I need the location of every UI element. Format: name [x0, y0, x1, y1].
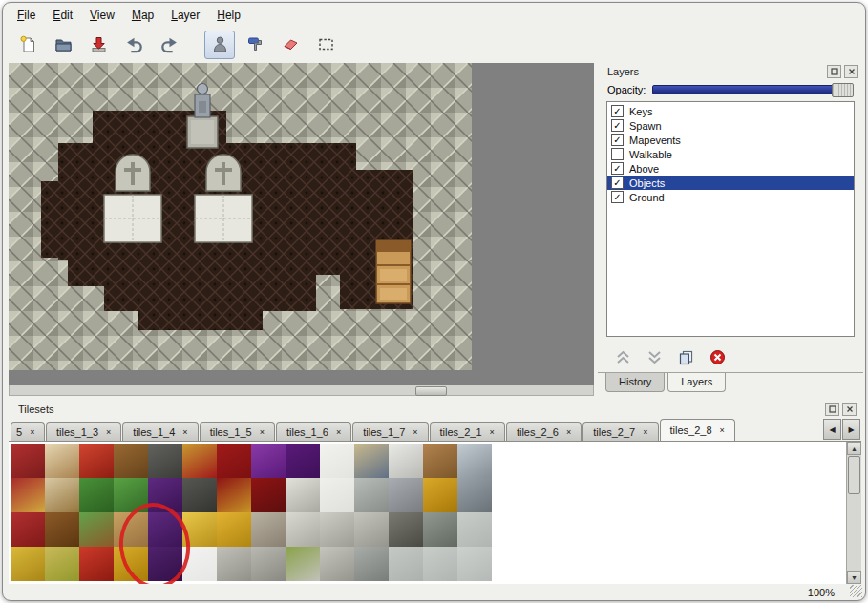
tile-gold-pile-2[interactable]: [217, 512, 251, 547]
tileset-tab-tiles_1_5[interactable]: tiles_1_5×: [200, 422, 275, 441]
menu-help[interactable]: Help: [208, 5, 249, 26]
tile-tile-gray-4[interactable]: [457, 547, 492, 581]
tile-throne-purple-a[interactable]: [251, 444, 286, 478]
scroll-tabs-left-button[interactable]: ◀: [823, 419, 841, 440]
layer-row-ground[interactable]: ✓Ground: [607, 190, 854, 204]
tile-scepter[interactable]: [114, 547, 148, 581]
stamp-tool-button[interactable]: [204, 31, 235, 59]
tile-statue-base-b[interactable]: [251, 547, 286, 581]
raise-layer-button[interactable]: [613, 347, 632, 366]
tileset-tab-tiles_2_7[interactable]: tiles_2_7×: [582, 422, 658, 441]
paint-tool-button[interactable]: [240, 31, 270, 59]
tab-layers[interactable]: Layers: [667, 373, 726, 392]
close-panel-button[interactable]: [844, 65, 858, 78]
tile-plant-pot[interactable]: [79, 512, 114, 547]
layer-checkbox[interactable]: ✓: [611, 119, 624, 132]
scroll-up-button[interactable]: ▲: [847, 442, 861, 455]
lower-layer-button[interactable]: [645, 347, 664, 366]
layer-checkbox[interactable]: ✓: [611, 162, 624, 175]
close-tab-icon[interactable]: ×: [566, 427, 571, 437]
tile-gold-pile[interactable]: [423, 478, 457, 512]
tile-armor-silver-2[interactable]: [457, 478, 492, 512]
tile-loom[interactable]: [45, 444, 79, 478]
delete-layer-button[interactable]: [708, 347, 727, 366]
menu-edit[interactable]: Edit: [44, 5, 81, 26]
tile-tile-pale[interactable]: [320, 444, 354, 478]
tile-chest-wood[interactable]: [423, 444, 457, 478]
layer-row-keys[interactable]: ✓Keys: [607, 104, 854, 118]
tile-bookshelf[interactable]: [45, 512, 79, 547]
tile-door-purple[interactable]: [148, 478, 182, 512]
tile-vase-plant[interactable]: [286, 547, 320, 581]
tileset-tab-tiles_1_6[interactable]: tiles_1_6×: [276, 422, 351, 441]
tile-tile-pale-3[interactable]: [182, 547, 217, 581]
opacity-slider[interactable]: [652, 83, 854, 95]
layer-checkbox[interactable]: ✓: [611, 105, 624, 117]
layer-row-spawn[interactable]: ✓Spawn: [607, 118, 854, 133]
close-tab-icon[interactable]: ×: [336, 427, 341, 437]
layer-checkbox[interactable]: ✓: [611, 191, 624, 203]
new-file-button[interactable]: [12, 31, 43, 59]
open-button[interactable]: [48, 31, 78, 59]
layer-row-above[interactable]: ✓Above: [607, 161, 854, 176]
tile-cushion-red-2[interactable]: [79, 547, 114, 581]
select-tool-button[interactable]: [310, 31, 341, 59]
float-panel-button[interactable]: [827, 65, 841, 78]
eraser-tool-button[interactable]: [275, 31, 306, 59]
tile-statue-stone[interactable]: [286, 512, 320, 547]
tile-tombstone[interactable]: [354, 547, 389, 581]
tileset-tab-tiles_2_8[interactable]: tiles_2_8×: [660, 419, 735, 441]
tile-throne-red-a[interactable]: [182, 444, 217, 478]
layer-row-objects[interactable]: ✓Objects: [607, 176, 854, 190]
tile-banner-red-3[interactable]: [11, 512, 45, 547]
tileset-tab-tiles_2_6[interactable]: tiles_2_6×: [506, 422, 582, 441]
tile-plant-banana[interactable]: [45, 547, 79, 581]
duplicate-layer-button[interactable]: [676, 347, 695, 366]
layer-row-mapevents[interactable]: ✓Mapevents: [607, 133, 854, 147]
redo-button[interactable]: [154, 31, 184, 59]
tile-tomb-dark[interactable]: [423, 512, 457, 547]
tileset-tab-tiles_1_7[interactable]: tiles_1_7×: [352, 422, 428, 441]
tab-history[interactable]: History: [605, 373, 665, 392]
float-tilesets-button[interactable]: [825, 403, 839, 416]
layer-checkbox[interactable]: ✓: [611, 134, 624, 146]
tile-throne-red-b[interactable]: [217, 444, 251, 478]
tile-rope-gold[interactable]: [182, 512, 217, 547]
close-tab-icon[interactable]: ×: [30, 427, 34, 437]
tile-door-wood[interactable]: [114, 444, 148, 478]
tile-plant-a[interactable]: [79, 478, 114, 512]
menu-view[interactable]: View: [81, 5, 123, 26]
layer-row-walkable[interactable]: Walkable: [607, 147, 854, 161]
undo-button[interactable]: [118, 31, 149, 59]
tile-banner-red-2[interactable]: [11, 478, 45, 512]
tileset-tab-tiles_2_1[interactable]: tiles_2_1×: [430, 422, 505, 441]
tile-cushion-red[interactable]: [79, 444, 114, 478]
opacity-slider-track[interactable]: [652, 85, 852, 94]
tileset-content[interactable]: ▲ ▼: [9, 442, 861, 584]
tileset-vscrollbar[interactable]: ▲ ▼: [846, 442, 861, 584]
close-tab-icon[interactable]: ×: [182, 427, 187, 437]
tile-obelisk[interactable]: [286, 478, 320, 512]
map-hscrollbar-thumb[interactable]: [415, 386, 447, 396]
tile-bench[interactable]: [114, 512, 148, 547]
close-tab-icon[interactable]: ×: [413, 427, 417, 437]
tileset-tab-tiles_1_3[interactable]: tiles_1_3×: [46, 422, 121, 441]
layer-checkbox[interactable]: [611, 148, 624, 160]
tile-loom-2[interactable]: [45, 478, 79, 512]
tile-door-purple-3[interactable]: [148, 547, 182, 581]
close-tab-icon[interactable]: ×: [643, 427, 647, 437]
tile-throne-red-c[interactable]: [217, 478, 251, 512]
tile-picture[interactable]: [354, 444, 389, 478]
close-tab-icon[interactable]: ×: [260, 427, 265, 437]
tile-armor-silver[interactable]: [457, 444, 492, 478]
tileset-tab-tiles_1_4[interactable]: tiles_1_4×: [122, 422, 198, 441]
tile-gargoyle[interactable]: [389, 512, 423, 547]
tile-plant-b[interactable]: [114, 478, 148, 512]
map-hscrollbar[interactable]: [9, 385, 594, 396]
tile-door-iron[interactable]: [148, 444, 182, 478]
tile-banner-red[interactable]: [11, 444, 45, 478]
tile-door-iron-2[interactable]: [182, 478, 217, 512]
save-button[interactable]: [83, 31, 114, 59]
vscrollbar-thumb[interactable]: [848, 456, 860, 494]
tile-rock[interactable]: [251, 512, 286, 547]
